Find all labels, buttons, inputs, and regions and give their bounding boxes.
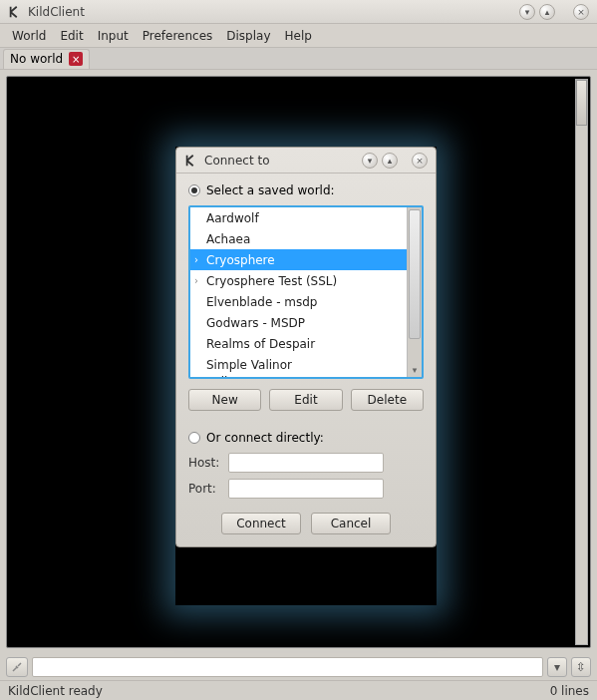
saved-worlds-list[interactable]: ›Aardwolf›Achaea›Cryosphere›Cryosphere T… — [190, 207, 407, 377]
dialog-title: Connect to — [204, 154, 358, 168]
connect-button[interactable]: Connect — [221, 513, 301, 534]
menu-preferences[interactable]: Preferences — [137, 26, 219, 46]
menu-world[interactable]: World — [6, 26, 52, 46]
menu-input[interactable]: Input — [92, 26, 135, 46]
app-icon — [8, 5, 22, 19]
close-window-button[interactable]: × — [573, 4, 589, 20]
expand-arrow-icon: › — [194, 275, 204, 286]
dialog-close-button[interactable]: × — [412, 153, 428, 169]
radio-saved-world-label: Select a saved world: — [206, 183, 335, 197]
dialog-min-button[interactable]: ▾ — [362, 153, 378, 169]
expand-arrow-icon: › — [194, 375, 204, 377]
status-right: 0 lines — [550, 684, 589, 698]
radio-saved-world[interactable] — [188, 184, 200, 196]
radio-saved-world-row[interactable]: Select a saved world: — [188, 183, 424, 197]
menu-help[interactable]: Help — [279, 26, 318, 46]
cancel-button[interactable]: Cancel — [311, 513, 391, 534]
input-expand-button[interactable]: ⇳ — [571, 657, 591, 677]
output-pane: Connect to ▾ ▴ × Select a saved world: ›… — [6, 76, 591, 648]
status-left: KildClient ready — [8, 684, 103, 698]
input-row: ▾ ⇳ — [0, 654, 597, 680]
new-button[interactable]: New — [188, 389, 261, 411]
saved-worlds-listbox: ›Aardwolf›Achaea›Cryosphere›Cryosphere T… — [188, 205, 424, 379]
list-scrollbar[interactable]: ▾ — [407, 207, 422, 377]
delete-button[interactable]: Delete — [351, 389, 424, 411]
list-item-label: Elvenblade - msdp — [206, 295, 317, 309]
window-title: KildClient — [28, 5, 515, 19]
list-item-label: Aardwolf — [206, 211, 259, 225]
list-item[interactable]: ›Simple Valinor — [190, 354, 407, 375]
list-item-label: Godwars - MSDP — [206, 316, 305, 330]
host-input[interactable] — [228, 453, 384, 473]
list-item[interactable]: ›Achaea — [190, 228, 407, 249]
list-item[interactable]: ›Godwars - MSDP — [190, 312, 407, 333]
list-item-label: Cryosphere Test (SSL) — [206, 274, 337, 288]
disconnect-icon-button[interactable] — [6, 657, 28, 677]
list-item-label: Simple Valinor — [206, 358, 292, 372]
list-item[interactable]: ›Aardwolf — [190, 207, 407, 228]
radio-direct[interactable] — [188, 432, 200, 444]
list-item[interactable]: ›Elvenblade - msdp — [190, 291, 407, 312]
tabbar: No world × — [0, 48, 597, 70]
edit-button[interactable]: Edit — [269, 389, 342, 411]
command-input[interactable] — [32, 657, 543, 677]
dialog-max-button[interactable]: ▴ — [382, 153, 398, 169]
output-scrollbar[interactable] — [575, 79, 588, 645]
list-item[interactable]: ›Cryosphere Test (SSL) — [190, 270, 407, 291]
connect-dialog: Connect to ▾ ▴ × Select a saved world: ›… — [175, 147, 437, 547]
host-label: Host: — [188, 456, 222, 470]
list-item-label: Valinor — [206, 375, 247, 377]
dialog-app-icon — [184, 154, 198, 168]
tab-label: No world — [10, 52, 63, 66]
client-area: Connect to ▾ ▴ × Select a saved world: ›… — [0, 70, 597, 654]
list-item[interactable]: ›Realms of Despair — [190, 333, 407, 354]
dialog-titlebar: Connect to ▾ ▴ × — [176, 148, 436, 174]
list-item-label: Achaea — [206, 232, 250, 246]
tab-close-icon[interactable]: × — [69, 52, 83, 66]
port-label: Port: — [188, 482, 222, 496]
radio-direct-row[interactable]: Or connect directly: — [188, 431, 424, 445]
list-item[interactable]: ›Cryosphere — [190, 249, 407, 270]
list-item-label: Realms of Despair — [206, 337, 315, 351]
expand-arrow-icon: › — [194, 254, 204, 265]
menu-display[interactable]: Display — [220, 26, 276, 46]
radio-direct-label: Or connect directly: — [206, 431, 324, 445]
port-input[interactable] — [228, 479, 384, 499]
minimize-button[interactable]: ▾ — [519, 4, 535, 20]
history-dropdown-button[interactable]: ▾ — [547, 657, 567, 677]
menu-edit[interactable]: Edit — [54, 26, 89, 46]
window-titlebar: KildClient ▾ ▴ × — [0, 0, 597, 24]
maximize-button[interactable]: ▴ — [539, 4, 555, 20]
world-tab[interactable]: No world × — [3, 49, 90, 69]
list-item-label: Cryosphere — [206, 253, 275, 267]
list-item[interactable]: ›Valinor — [190, 375, 407, 377]
statusbar: KildClient ready 0 lines — [0, 680, 597, 700]
menubar: World Edit Input Preferences Display Hel… — [0, 24, 597, 48]
plug-icon — [11, 661, 23, 673]
